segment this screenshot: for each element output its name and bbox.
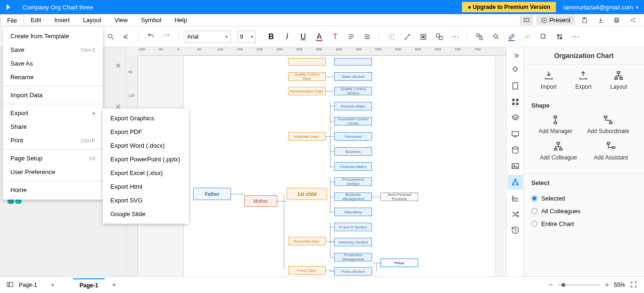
present-button[interactable]: Present (536, 15, 575, 25)
add-assistant-button[interactable]: Add Assistant (594, 141, 628, 161)
file-import-data[interactable]: Import Data (3, 88, 103, 102)
presentation-settings-icon[interactable] (520, 15, 533, 25)
org-node[interactable]: Financial Affairs (334, 162, 372, 171)
group-icon[interactable] (472, 30, 487, 44)
org-node[interactable]: R and D Section (334, 223, 372, 231)
shape coupling-icon[interactable] (432, 30, 446, 44)
org-node[interactable]: Administration Dept. (288, 87, 326, 95)
menu-view[interactable]: View (108, 14, 134, 26)
file-save-as[interactable]: Save As (3, 57, 103, 70)
menu-edit[interactable]: Edit (24, 14, 48, 26)
radio-selected[interactable]: Selected (531, 192, 636, 205)
org-node[interactable] (334, 58, 372, 66)
file-user-preference[interactable]: User Preference (3, 165, 103, 179)
chart-tool-icon[interactable] (508, 191, 523, 206)
page-select[interactable]: Page-1 (19, 282, 54, 288)
file-page-setup[interactable]: Page SetupF6 (3, 151, 103, 165)
org-node[interactable]: Quality Control Section (334, 87, 372, 95)
org-node[interactable]: Materials Dept. (288, 132, 326, 141)
org-node[interactable]: Business (334, 147, 372, 156)
menu-help[interactable]: Help (168, 14, 194, 26)
text-highlight-button[interactable]: T (328, 30, 342, 44)
underline-button[interactable]: U (296, 30, 310, 44)
fullscreen-icon[interactable] (630, 281, 637, 290)
export-excel[interactable]: Export Excel (.xlsx) (103, 166, 189, 180)
file-create-template[interactable]: Create from Template (3, 29, 103, 43)
export-button[interactable]: Export (575, 70, 592, 90)
document-title[interactable]: Company Org Chart three (23, 4, 462, 11)
undo-icon[interactable] (144, 30, 158, 44)
add-page-button[interactable]: + (109, 280, 119, 290)
menu-insert[interactable]: Insert (48, 14, 76, 26)
italic-button[interactable]: I (280, 30, 294, 44)
user-menu[interactable]: iammurtaza4@gmail.com (563, 4, 638, 11)
add-manager-button[interactable]: Add Manager (538, 115, 572, 134)
search-icon[interactable] (104, 30, 118, 44)
font-size-select[interactable]: 9 (238, 31, 256, 43)
org-node[interactable]: Procurement Section (334, 177, 372, 186)
zoom-slider[interactable] (558, 285, 600, 285)
file-home[interactable]: Home (3, 183, 103, 197)
org-node-father[interactable]: Father (193, 188, 231, 200)
export-svg[interactable]: Export SVG (103, 193, 189, 207)
org-node-selected[interactable]: Press (380, 259, 418, 267)
export-word[interactable]: Export Word (.docx) (103, 139, 189, 152)
org-node[interactable]: Sales Section (334, 72, 372, 81)
page-tool-icon[interactable] (508, 78, 523, 93)
more-icon[interactable]: ⋯ (569, 30, 583, 44)
export-google-slide[interactable]: Google Slide (103, 207, 189, 221)
app-logo[interactable] (0, 0, 19, 14)
file-rename[interactable]: Rename (3, 70, 103, 84)
data-tool-icon[interactable] (508, 142, 523, 158)
line-color-icon[interactable] (504, 30, 519, 44)
org-node[interactable]: Depository (334, 208, 372, 216)
save-icon[interactable] (578, 15, 591, 25)
line-style-icon[interactable] (520, 30, 535, 44)
fill-tool-icon[interactable] (508, 62, 523, 77)
add-subordinate-button[interactable]: Add Subordinate (587, 115, 629, 134)
export-powerpoint[interactable]: Export PowerPoint (.pptx) (103, 152, 189, 166)
layout-button[interactable]: Layout (610, 70, 627, 90)
line-spacing-button[interactable] (360, 30, 374, 44)
org-node[interactable]: Semi-Finished Products (380, 193, 418, 201)
font-family-select[interactable]: Arial (184, 31, 231, 43)
layers-tool-icon[interactable] (508, 110, 523, 126)
page-tab[interactable]: Page-1 (73, 278, 105, 292)
zoom-out-button[interactable]: − (548, 281, 553, 289)
export-graphics[interactable]: Export Graphics (103, 111, 189, 125)
org-node[interactable]: Press Section (334, 267, 372, 276)
more-shapes-icon[interactable]: ⋯ (448, 30, 462, 44)
org-node[interactable]: Personnel (334, 132, 372, 141)
text-box-icon[interactable]: T (384, 30, 398, 44)
orgchart-tool-icon[interactable] (508, 175, 523, 190)
print-icon[interactable] (610, 15, 623, 25)
file-save[interactable]: SaveCtrl+S (3, 43, 103, 57)
org-node[interactable]: Assembly Section (334, 238, 372, 246)
history-tool-icon[interactable] (508, 223, 523, 238)
org-node[interactable]: Quality Control Dept. (288, 72, 326, 81)
radio-all-colleagues[interactable]: All Colleagues (531, 205, 636, 218)
pages-panel-icon[interactable] (6, 281, 14, 289)
org-node-mother[interactable]: Mother (244, 195, 277, 207)
org-node[interactable]: Assembly Dept. (288, 237, 326, 245)
upgrade-button[interactable]: ● Upgrade to Premium Version (462, 2, 556, 12)
redo-icon[interactable] (160, 30, 174, 44)
org-node[interactable]: Business Management (334, 193, 372, 201)
align-button[interactable] (344, 30, 358, 44)
shadow-icon[interactable] (537, 30, 551, 44)
close-tab-icon[interactable]: ✕ (111, 59, 124, 72)
image-tool-icon[interactable] (508, 159, 523, 174)
org-node-firstchild[interactable]: 1st child (287, 188, 327, 200)
font-color-button[interactable]: A (312, 30, 326, 44)
expand-right-icon[interactable] (508, 50, 523, 61)
file-print[interactable]: PrintCtrl+P (3, 134, 103, 147)
org-node[interactable]: Document Control Center (334, 117, 372, 126)
add-colleague-button[interactable]: Add Colleague (540, 141, 577, 161)
menu-file[interactable]: File (0, 14, 24, 26)
org-node[interactable]: General Affairs (334, 102, 372, 110)
canvas[interactable]: Quality Control Dept. Administration Dep… (184, 56, 495, 276)
menu-symbol[interactable]: Symbol (134, 14, 168, 26)
collapse-left-icon[interactable] (120, 30, 134, 44)
org-node[interactable]: Production Management (334, 253, 372, 261)
fill-color-icon[interactable] (488, 30, 503, 44)
